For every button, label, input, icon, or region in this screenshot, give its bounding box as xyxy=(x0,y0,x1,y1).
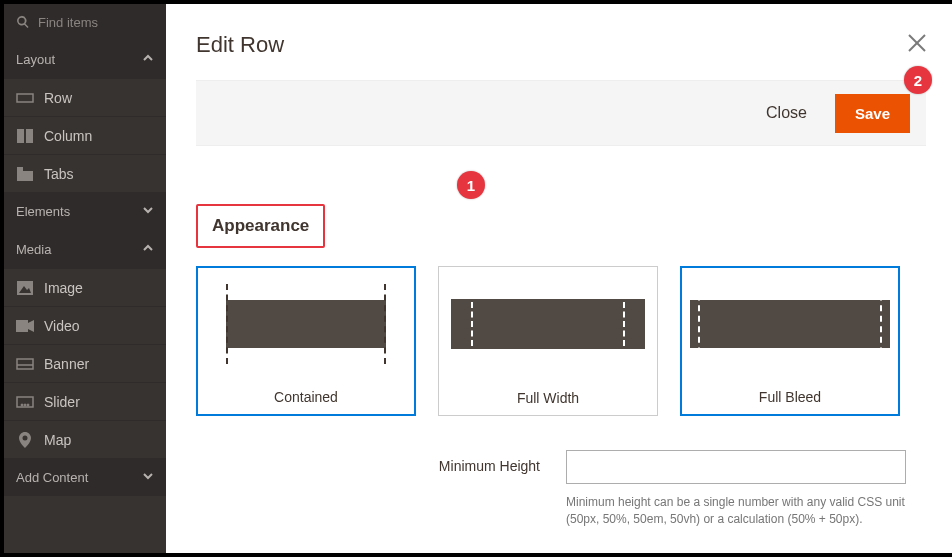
annotation-2: 2 xyxy=(904,66,932,94)
sidebar-group-layout[interactable]: Layout xyxy=(4,40,166,78)
annotation-1: 1 xyxy=(457,171,485,199)
minimum-height-hint: Minimum height can be a single number wi… xyxy=(566,494,926,528)
map-pin-icon xyxy=(16,432,34,448)
sidebar-item-video[interactable]: Video xyxy=(4,306,166,344)
svg-marker-8 xyxy=(28,320,34,332)
action-bar: Close Save xyxy=(196,80,926,146)
sidebar-item-tabs[interactable]: Tabs xyxy=(4,154,166,192)
save-button[interactable]: Save xyxy=(835,94,910,133)
minimum-height-input[interactable] xyxy=(566,450,906,484)
svg-point-12 xyxy=(21,404,23,406)
minimum-height-label: Minimum Height xyxy=(196,450,566,474)
search-placeholder: Find items xyxy=(38,15,98,30)
chevron-up-icon xyxy=(142,52,154,67)
appearance-option-contained[interactable]: Contained xyxy=(196,266,416,416)
svg-rect-3 xyxy=(17,171,33,181)
contained-preview xyxy=(198,268,414,380)
svg-rect-9 xyxy=(17,359,33,369)
sidebar-item-column[interactable]: Column xyxy=(4,116,166,154)
chevron-down-icon xyxy=(142,470,154,485)
svg-rect-2 xyxy=(26,129,33,143)
svg-rect-1 xyxy=(17,129,24,143)
sidebar-group-add-content[interactable]: Add Content xyxy=(4,458,166,496)
svg-rect-4 xyxy=(17,167,23,171)
modal-title: Edit Row xyxy=(196,32,926,58)
video-icon xyxy=(16,320,34,332)
svg-rect-7 xyxy=(16,320,28,332)
appearance-options: Contained Full Width Full Bleed xyxy=(196,266,926,416)
banner-icon xyxy=(16,358,34,370)
appearance-option-full-width[interactable]: Full Width xyxy=(438,266,658,416)
svg-point-14 xyxy=(27,404,29,406)
full-width-preview xyxy=(439,267,657,381)
sidebar-group-elements[interactable]: Elements xyxy=(4,192,166,230)
appearance-option-full-bleed[interactable]: Full Bleed xyxy=(680,266,900,416)
sidebar-item-image[interactable]: Image xyxy=(4,268,166,306)
minimum-height-field: Minimum Height Minimum height can be a s… xyxy=(196,450,926,528)
search-icon xyxy=(16,15,30,29)
sidebar-item-slider[interactable]: Slider xyxy=(4,382,166,420)
chevron-down-icon xyxy=(142,204,154,219)
edit-row-modal: 1 2 Edit Row Close Save Appearance Conta… xyxy=(166,4,952,553)
sidebar-group-media[interactable]: Media xyxy=(4,230,166,268)
full-bleed-preview xyxy=(682,268,898,380)
sidebar-item-banner[interactable]: Banner xyxy=(4,344,166,382)
sidebar-item-row[interactable]: Row xyxy=(4,78,166,116)
close-icon[interactable] xyxy=(906,32,928,58)
row-icon xyxy=(16,93,34,103)
search-input[interactable]: Find items xyxy=(4,4,166,40)
svg-point-13 xyxy=(24,404,26,406)
sidebar: Find items Layout Row Column Tabs Elemen… xyxy=(4,4,166,553)
column-icon xyxy=(16,129,34,143)
image-icon xyxy=(16,281,34,295)
appearance-section-label: Appearance xyxy=(196,204,325,248)
svg-rect-0 xyxy=(17,94,33,102)
chevron-up-icon xyxy=(142,242,154,257)
sidebar-item-map[interactable]: Map xyxy=(4,420,166,458)
close-button[interactable]: Close xyxy=(756,96,817,130)
slider-icon xyxy=(16,396,34,408)
tabs-icon xyxy=(16,167,34,181)
